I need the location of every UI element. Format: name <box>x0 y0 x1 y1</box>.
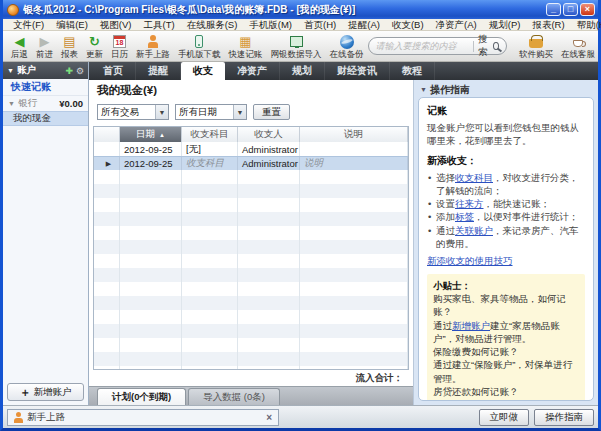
reports-button[interactable]: ▤ 报表 <box>57 31 82 61</box>
search-input[interactable] <box>376 41 468 51</box>
column-header-memo[interactable]: 说明 <box>300 127 408 142</box>
menu-income-expense[interactable]: 收支(B) <box>386 19 430 31</box>
do-now-button[interactable]: 立即做 <box>479 409 530 426</box>
novice-status-chip: 新手上路 × <box>7 409 279 426</box>
operation-guide-panel: ▼ 操作指南 记账 现金账户您可以看到您钱包里的钱从哪里来，花到哪里去了。 新添… <box>414 80 598 405</box>
bank-import-button[interactable]: 网银数据导入 <box>267 31 326 61</box>
table-row[interactable]: 2012-09-25 [无] Administrator <box>94 142 408 156</box>
add-icon[interactable]: ✚ <box>65 66 73 76</box>
tab-reminder[interactable]: 提醒 <box>136 62 181 80</box>
sidebar-item-my-cash[interactable]: 我的现金 <box>3 111 88 126</box>
minimize-button[interactable]: _ <box>546 3 561 16</box>
search-button[interactable]: 搜索 <box>478 33 490 59</box>
online-backup-button[interactable]: 在线备份 <box>326 31 368 61</box>
guide-bullet: 添加标签，以便对事件进行统计； <box>427 210 585 223</box>
group-amount: ¥0.00 <box>59 98 83 109</box>
column-header-person[interactable]: 收支人 <box>238 127 300 142</box>
import-monitor-icon <box>290 36 303 47</box>
guide-text: 现金账户您可以看到您钱包里的钱从哪里来，花到哪里去了。 <box>427 121 585 148</box>
update-button[interactable]: ↻ 更新 <box>82 31 107 61</box>
tab-home[interactable]: 首页 <box>91 62 136 80</box>
main-tab-bar: 首页 提醒 收支 净资产 规划 财经资讯 教程 <box>89 62 598 80</box>
menu-online-services[interactable]: 在线服务(S) <box>181 19 244 31</box>
gear-icon[interactable]: ⚙ <box>76 66 84 76</box>
menu-tools[interactable]: 工具(T) <box>137 19 180 31</box>
tab-tutorial[interactable]: 教程 <box>390 62 435 80</box>
tab-plans[interactable]: 计划(0个到期) <box>97 388 186 405</box>
table-empty-row <box>94 296 408 310</box>
group-caret-icon[interactable]: ▼ <box>8 100 15 107</box>
window-title: 银冬瓜2012 - C:\Program Files\银冬瓜\Data\我的账簿… <box>23 3 546 17</box>
new-account-button[interactable]: ＋ 新增账户 <box>7 383 84 401</box>
back-button[interactable]: ◀ 后退 <box>7 31 32 61</box>
category-link[interactable]: 收支科目 <box>455 172 493 183</box>
menu-home[interactable]: 首页(H) <box>298 19 342 31</box>
date-filter-select[interactable]: 所有日期 ▼ <box>175 104 247 120</box>
tab-net-assets[interactable]: 净资产 <box>225 62 280 80</box>
transaction-register: 我的现金(¥) 所有交易 ▼ 所有日期 ▼ 重置 <box>89 80 414 405</box>
close-button[interactable]: × <box>580 3 595 16</box>
guide-card: 记账 现金账户您可以看到您钱包里的钱从哪里来，花到哪里去了。 新添收支： 选择收… <box>418 97 594 401</box>
transaction-filter-select[interactable]: 所有交易 ▼ <box>97 104 169 120</box>
sidebar-header: ▼ 账户 ✚ ⚙ <box>3 62 88 79</box>
cell-memo-placeholder[interactable]: 说明 <box>300 157 408 170</box>
close-icon[interactable]: × <box>266 412 272 423</box>
cell-category: [无] <box>182 142 238 156</box>
table-empty-row <box>94 212 408 226</box>
sidebar-group-bank[interactable]: ▼ 银行 ¥0.00 <box>3 96 88 111</box>
operation-guide-button[interactable]: 操作指南 <box>534 409 594 426</box>
counterparty-link[interactable]: 往来方 <box>455 198 484 209</box>
table-empty-row <box>94 240 408 254</box>
column-header-date[interactable]: 日期 ▲ <box>120 127 182 142</box>
report-icon: ▤ <box>63 34 75 49</box>
tags-link[interactable]: 标签 <box>455 211 474 222</box>
menu-reports[interactable]: 报表(R) <box>526 19 570 31</box>
chevron-down-icon: ▼ <box>233 105 246 119</box>
cell-person: Administrator <box>238 157 300 170</box>
online-support-button[interactable]: 在线客服 <box>557 31 599 61</box>
sidebar-quick-bookkeeping-link[interactable]: 快速记账 <box>3 79 88 96</box>
menu-reminder[interactable]: 提醒(A) <box>342 19 386 31</box>
table-row-selected[interactable]: ▶ 2012-09-25 收支科目 Administrator 说明 <box>94 156 408 170</box>
mobile-download-button[interactable]: 手机版下载 <box>174 31 225 61</box>
reset-button[interactable]: 重置 <box>253 104 290 120</box>
cell-category-placeholder[interactable]: 收支科目 <box>182 157 238 170</box>
table-empty-row <box>94 324 408 338</box>
calendar-button[interactable]: 18 日历 <box>107 31 132 61</box>
linked-accounts-link[interactable]: 关联账户 <box>455 225 493 236</box>
collapse-caret-icon[interactable]: ▼ <box>420 86 427 93</box>
search-icon[interactable] <box>493 42 499 50</box>
table-empty-row <box>94 198 408 212</box>
guide-bullet-list: 选择收支科目，对收支进行分类，了解钱的流向； 设置往来方，能快速记账； 添加标签… <box>427 171 585 251</box>
table-empty-row <box>94 170 408 184</box>
new-account-link[interactable]: 新增账户 <box>452 320 490 331</box>
menu-help[interactable]: 帮助(H) <box>571 19 601 31</box>
tab-import-data[interactable]: 导入数据 (0条) <box>188 388 280 405</box>
refresh-icon: ↻ <box>89 34 100 49</box>
person-icon <box>14 412 23 423</box>
menu-net-assets[interactable]: 净资产(A) <box>430 19 483 31</box>
quick-bookkeeping-button[interactable]: ▦ 快速记账 <box>225 31 267 61</box>
app-window: 银冬瓜2012 - C:\Program Files\银冬瓜\Data\我的账簿… <box>0 0 601 431</box>
menu-view[interactable]: 视图(V) <box>94 19 138 31</box>
menu-file[interactable]: 文件(F) <box>7 19 50 31</box>
collapse-caret-icon[interactable]: ▼ <box>7 67 14 74</box>
search-box: 搜索 <box>368 37 508 55</box>
plus-icon: ＋ <box>20 385 31 400</box>
cell-date: 2012-09-25 <box>120 157 182 170</box>
menu-edit[interactable]: 编辑(E) <box>50 19 94 31</box>
tab-income-expense[interactable]: 收支 <box>181 62 225 80</box>
tab-planning[interactable]: 规划 <box>280 62 325 80</box>
table-header-row: 日期 ▲ 收支科目 收支人 说明 <box>94 127 408 142</box>
menu-planning[interactable]: 规划(P) <box>483 19 527 31</box>
forward-button[interactable]: ▶ 前进 <box>32 31 57 61</box>
column-header-category[interactable]: 收支科目 <box>182 127 238 142</box>
menu-mobile[interactable]: 手机版(M) <box>243 19 298 31</box>
software-purchase-button[interactable]: 软件购买 <box>515 31 557 61</box>
tab-financial-news[interactable]: 财经资讯 <box>325 62 390 80</box>
novice-guide-button[interactable]: 新手上路 <box>132 31 174 61</box>
usage-tips-link[interactable]: 新添收支的使用技巧 <box>427 254 585 267</box>
globe-icon <box>340 35 354 49</box>
maximize-button[interactable]: □ <box>563 3 578 16</box>
table-empty-rows <box>94 170 408 370</box>
